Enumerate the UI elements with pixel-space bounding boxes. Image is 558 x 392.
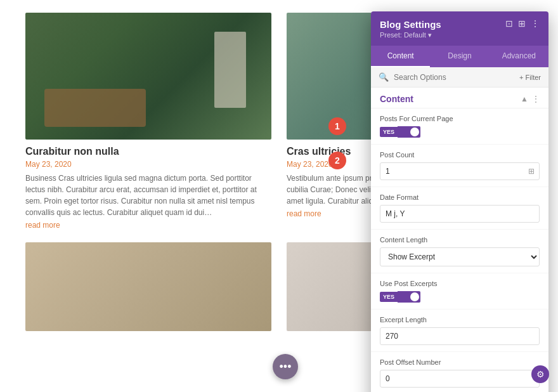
- blog-post-1-image: [25, 13, 271, 140]
- panel-search-bar: 🔍 + Filter: [371, 67, 548, 88]
- blog-post-1-date: May 23, 2020: [25, 160, 271, 169]
- fab-icon: •••: [280, 360, 292, 374]
- step-badge-2: 2: [328, 152, 346, 169]
- panel-header-text: Blog Settings Preset: Default ▾: [380, 19, 441, 39]
- fab-button[interactable]: •••: [273, 354, 298, 379]
- field-posts-current-page: Posts For Current Page YES: [371, 108, 548, 145]
- field-posts-current-page-label: Posts For Current Page: [380, 115, 540, 122]
- section-more-icon[interactable]: ⋮: [532, 95, 540, 103]
- blog-post-1: Curabitur non nulla May 23, 2020 Busines…: [25, 13, 271, 230]
- content-length-select[interactable]: Show Excerpt Show Full Post: [380, 247, 540, 266]
- section-title: Content: [380, 94, 413, 104]
- post-offset-input[interactable]: [380, 370, 540, 388]
- use-post-excerpts-toggle[interactable]: YES: [380, 291, 540, 303]
- step-badge-1: 1: [328, 117, 346, 135]
- use-post-excerpts-track[interactable]: [398, 291, 420, 303]
- toggle-thumb: [410, 127, 419, 136]
- search-icon: 🔍: [379, 72, 389, 82]
- field-content-length-label: Content Length: [380, 236, 540, 244]
- field-date-format-label: Date Format: [380, 193, 540, 201]
- tab-design[interactable]: Design: [430, 46, 489, 67]
- tab-content[interactable]: Content: [371, 46, 430, 67]
- field-excerpt-length-label: Excerpt Length: [380, 316, 540, 323]
- posts-current-page-toggle[interactable]: YES: [380, 126, 540, 138]
- field-use-post-excerpts-label: Use Post Excerpts: [380, 280, 540, 287]
- settings-panel: Blog Settings Preset: Default ▾ ⊡ ⊞ ⋮ Co…: [371, 11, 548, 392]
- helper-icon[interactable]: ⚙: [531, 365, 549, 383]
- panel-body: Content ▲ ⋮ Posts For Current Page YES P…: [371, 88, 548, 392]
- section-collapse-icon[interactable]: ▲: [521, 95, 528, 103]
- field-date-format: Date Format: [371, 187, 548, 230]
- filter-button[interactable]: + Filter: [519, 74, 541, 81]
- field-post-count: Post Count ⊞: [371, 145, 548, 187]
- excerpt-length-input[interactable]: [380, 327, 540, 345]
- panel-tabs: Content Design Advanced: [371, 46, 548, 67]
- field-content-length: Content Length Show Excerpt Show Full Po…: [371, 230, 548, 273]
- panel-header-actions: ⊡ ⊞ ⋮: [505, 19, 540, 28]
- panel-icon-more[interactable]: ⋮: [531, 19, 540, 28]
- field-post-count-label: Post Count: [380, 151, 540, 159]
- field-excerpt-length: Excerpt Length: [371, 310, 548, 352]
- panel-title: Blog Settings: [380, 19, 441, 30]
- content-section-header: Content ▲ ⋮: [371, 88, 548, 108]
- field-use-post-excerpts: Use Post Excerpts YES: [371, 273, 548, 310]
- post-count-icon: ⊞: [528, 167, 535, 176]
- tab-advanced[interactable]: Advanced: [490, 46, 548, 67]
- toggle-track[interactable]: [398, 126, 420, 138]
- helper-icon-symbol: ⚙: [536, 369, 545, 379]
- use-post-excerpts-toggle-yes: YES: [380, 292, 398, 302]
- post-count-input-wrapper: ⊞: [380, 162, 540, 180]
- field-post-offset-label: Post Offset Number: [380, 358, 540, 366]
- date-format-input[interactable]: [380, 205, 540, 223]
- panel-preset: Preset: Default ▾: [380, 31, 441, 39]
- blog-post-1-excerpt: Business Cras ultricies ligula sed magna…: [25, 173, 271, 218]
- blog-post-3-image: [25, 242, 271, 331]
- toggle-yes-label: YES: [380, 127, 398, 137]
- panel-icon-screen[interactable]: ⊡: [505, 19, 513, 28]
- section-header-actions: ▲ ⋮: [521, 95, 540, 103]
- use-post-excerpts-thumb: [410, 292, 419, 301]
- blog-post-1-title: Curabitur non nulla: [25, 146, 271, 157]
- panel-header: Blog Settings Preset: Default ▾ ⊡ ⊞ ⋮: [371, 11, 548, 46]
- field-post-offset: Post Offset Number: [371, 352, 548, 392]
- post-count-input[interactable]: [380, 162, 540, 180]
- panel-icon-columns[interactable]: ⊞: [518, 19, 526, 28]
- search-input[interactable]: [394, 73, 514, 82]
- blog-post-1-read-more[interactable]: read more: [25, 221, 271, 230]
